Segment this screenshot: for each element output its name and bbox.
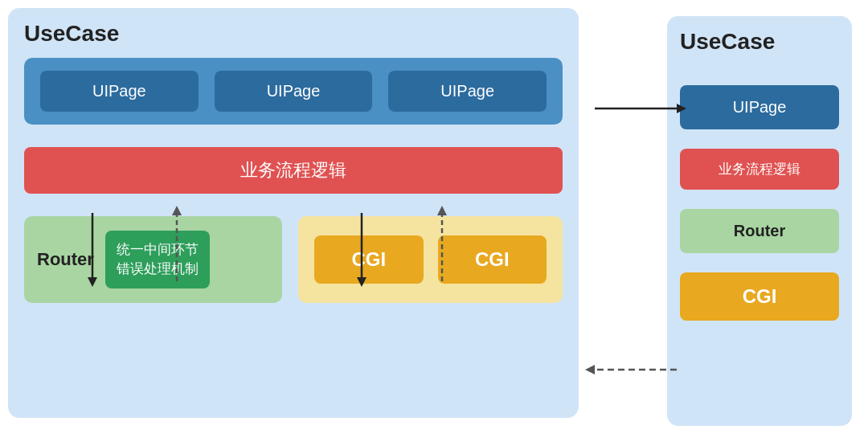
uipage-row: UIPage UIPage UIPage — [24, 58, 563, 125]
right-cgi: CGI — [680, 272, 839, 321]
svg-marker-11 — [585, 365, 595, 374]
cgi-left: CGI — [314, 235, 424, 284]
svg-marker-3 — [172, 206, 182, 215]
cgi-right: CGI — [438, 235, 547, 284]
uipage-3: UIPage — [388, 71, 547, 112]
business-logic-bar: 业务流程逻辑 — [24, 147, 563, 194]
cgi-section: CGI CGI — [298, 216, 563, 303]
right-usecase-container: UseCase UIPage 业务流程逻辑 Router CGI — [667, 16, 852, 426]
uipage-2: UIPage — [215, 71, 373, 112]
right-usecase-title: UseCase — [680, 29, 839, 55]
right-router: Router — [680, 209, 839, 253]
left-usecase-container: UseCase UIPage UIPage UIPage 业务流程逻辑 Rout… — [8, 8, 579, 418]
router-section: Router 统一中间环节错误处理机制 — [24, 216, 282, 303]
svg-marker-7 — [437, 206, 447, 215]
middleware-box: 统一中间环节错误处理机制 — [105, 231, 210, 288]
bottom-row: Router 统一中间环节错误处理机制 CGI CGI — [24, 216, 563, 303]
right-business: 业务流程逻辑 — [680, 149, 839, 190]
uipage-1: UIPage — [40, 71, 199, 112]
router-label: Router — [37, 249, 94, 270]
right-uipage: UIPage — [680, 85, 839, 129]
left-usecase-title: UseCase — [24, 21, 563, 47]
